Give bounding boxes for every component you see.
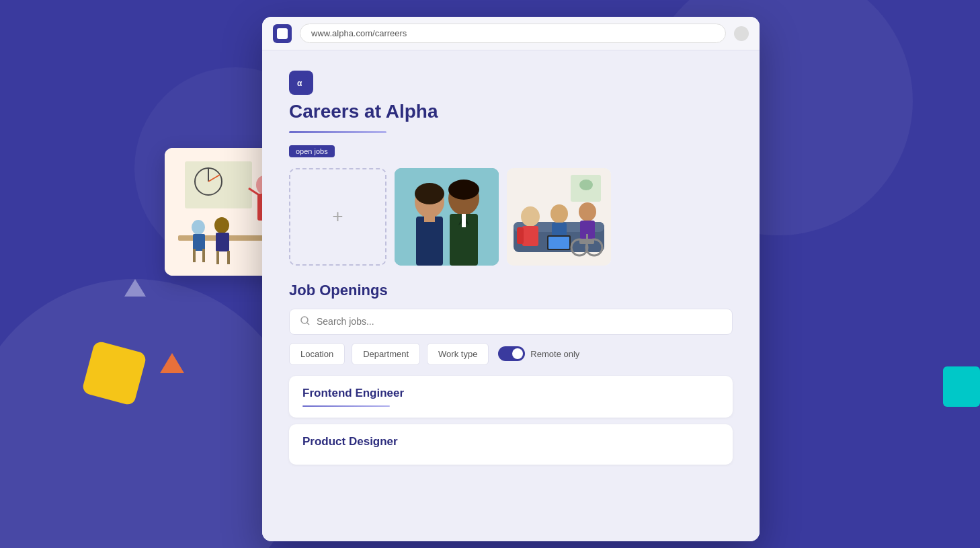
toggle-knob — [512, 348, 523, 359]
alpha-logo: α — [289, 71, 313, 95]
office-team-illustration — [507, 168, 611, 266]
svg-point-48 — [301, 317, 308, 323]
bg-decoration-1 — [0, 279, 302, 548]
remote-toggle[interactable] — [498, 346, 525, 361]
title-underline — [289, 131, 386, 133]
people-portrait-illustration — [395, 168, 499, 266]
svg-point-42 — [579, 202, 596, 221]
job-title-underline-frontend — [302, 405, 390, 407]
remote-label: Remote only — [530, 349, 579, 359]
svg-rect-19 — [395, 168, 499, 266]
svg-rect-10 — [193, 234, 205, 251]
alpha-logo-icon: α — [294, 76, 308, 89]
address-bar[interactable]: www.alpha.com/carreers — [300, 24, 726, 43]
location-filter[interactable]: Location — [289, 343, 345, 365]
work-type-filter[interactable]: Work type — [427, 343, 489, 365]
job-openings-title: Job Openings — [289, 282, 733, 299]
plus-icon: + — [332, 206, 343, 227]
svg-rect-41 — [548, 237, 569, 249]
svg-line-49 — [307, 323, 309, 325]
gallery-image-2 — [507, 168, 611, 266]
job-card-designer[interactable]: Product Designer — [289, 424, 733, 465]
svg-point-38 — [550, 204, 568, 223]
svg-point-35 — [521, 206, 540, 227]
job-card-frontend[interactable]: Frontend Engineer — [289, 376, 733, 418]
page-title: Careers at Alpha — [289, 100, 733, 123]
favicon-inner — [277, 28, 288, 39]
search-input[interactable] — [317, 316, 721, 327]
image-gallery: + — [289, 168, 733, 266]
svg-rect-36 — [522, 226, 538, 246]
filter-row: Location Department Work type Remote onl… — [289, 343, 733, 365]
browser-favicon — [273, 24, 292, 43]
job-search-box[interactable] — [289, 309, 733, 335]
teal-rect-decoration — [943, 366, 980, 407]
browser-window: www.alpha.com/carreers α Careers at Alph… — [262, 17, 760, 541]
svg-rect-15 — [216, 251, 219, 264]
svg-rect-47 — [586, 234, 588, 244]
open-jobs-badge: open jobs — [289, 145, 335, 157]
remote-toggle-area: Remote only — [498, 346, 579, 361]
search-icon — [300, 316, 310, 327]
svg-rect-14 — [202, 249, 205, 262]
page-content: α Careers at Alpha open jobs + — [262, 50, 760, 541]
svg-rect-16 — [227, 251, 230, 264]
job-title-designer: Product Designer — [302, 435, 719, 448]
svg-point-11 — [214, 217, 229, 233]
department-filter[interactable]: Department — [352, 343, 420, 365]
svg-rect-12 — [216, 233, 229, 251]
svg-point-32 — [579, 180, 593, 190]
gallery-image-1 — [395, 168, 499, 266]
svg-text:α: α — [297, 79, 302, 88]
svg-point-25 — [448, 180, 479, 200]
job-title-frontend: Frontend Engineer — [302, 387, 719, 400]
purple-triangle-icon — [124, 279, 146, 297]
orange-triangle-icon — [160, 353, 184, 373]
gallery-add-button[interactable]: + — [289, 168, 386, 266]
logo-area: α Careers at Alpha — [289, 71, 733, 133]
browser-menu-dot — [734, 26, 749, 41]
svg-rect-23 — [424, 215, 435, 222]
svg-point-9 — [192, 220, 205, 235]
svg-rect-37 — [517, 227, 524, 244]
svg-rect-13 — [193, 249, 196, 262]
browser-toolbar: www.alpha.com/carreers — [262, 17, 760, 50]
svg-rect-29 — [462, 214, 466, 227]
svg-rect-22 — [416, 217, 443, 266]
svg-point-21 — [415, 183, 444, 204]
